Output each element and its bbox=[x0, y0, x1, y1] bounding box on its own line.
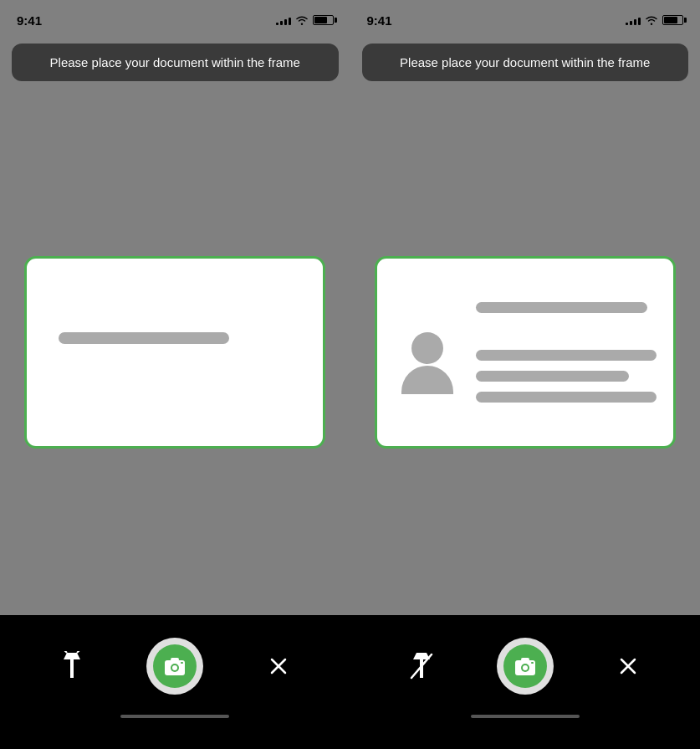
document-lines-left bbox=[43, 332, 306, 372]
signal-icon-right bbox=[626, 15, 641, 25]
capture-button-right[interactable] bbox=[497, 638, 554, 695]
signal-icon-left bbox=[276, 15, 291, 25]
svg-rect-15 bbox=[531, 662, 534, 664]
svg-point-13 bbox=[523, 665, 528, 670]
status-bar-left: 9:41 bbox=[0, 0, 350, 37]
status-icons-left bbox=[276, 15, 334, 25]
svg-line-2 bbox=[64, 651, 67, 653]
viewfinder-left bbox=[0, 90, 350, 615]
close-icon-left bbox=[268, 656, 289, 676]
shutter-inner-left bbox=[153, 644, 197, 688]
doc-info-line-1 bbox=[476, 302, 647, 313]
close-button-right[interactable] bbox=[610, 648, 646, 685]
instruction-banner-right: Please place your document within the fr… bbox=[362, 44, 689, 81]
svg-rect-14 bbox=[521, 658, 529, 661]
svg-point-5 bbox=[172, 665, 177, 670]
svg-rect-7 bbox=[181, 662, 183, 664]
camera-icon-right bbox=[514, 655, 537, 677]
doc-info-line-4 bbox=[476, 392, 657, 403]
capture-button-left[interactable] bbox=[146, 638, 203, 695]
battery-icon-left bbox=[313, 15, 334, 25]
flashlight-icon-left bbox=[59, 651, 85, 681]
camera-icon-left bbox=[163, 655, 186, 677]
bottom-toolbar-right bbox=[350, 615, 701, 749]
doc-info-line-2 bbox=[476, 350, 657, 361]
close-icon-right bbox=[618, 656, 638, 676]
document-frame-right bbox=[375, 256, 676, 449]
document-info-lines bbox=[476, 302, 657, 403]
wifi-icon-right bbox=[645, 15, 658, 25]
svg-line-1 bbox=[77, 651, 79, 653]
toolbar-buttons-left bbox=[0, 638, 350, 695]
instruction-banner-left: Please place your document within the fr… bbox=[12, 44, 339, 81]
photo-placeholder bbox=[394, 310, 461, 394]
toolbar-buttons-right bbox=[350, 638, 701, 695]
instruction-text-left: Please place your document within the fr… bbox=[50, 55, 300, 69]
instruction-text-right: Please place your document within the fr… bbox=[400, 55, 650, 69]
avatar-head bbox=[411, 332, 443, 364]
doc-info-line-3 bbox=[476, 371, 630, 382]
status-icons-right bbox=[626, 15, 683, 25]
avatar-body bbox=[401, 366, 453, 394]
home-indicator-left bbox=[120, 715, 229, 718]
svg-rect-6 bbox=[171, 658, 179, 661]
status-time-right: 9:41 bbox=[367, 13, 392, 28]
status-bar-right: 9:41 bbox=[350, 0, 701, 37]
status-time-left: 9:41 bbox=[17, 13, 42, 28]
home-indicator-right bbox=[471, 715, 580, 718]
wifi-icon-left bbox=[295, 15, 309, 25]
bottom-toolbar-left bbox=[0, 615, 350, 749]
phone-screen-left: 9:41 Please place your document within t… bbox=[0, 0, 350, 749]
flashlight-off-icon-right bbox=[408, 651, 435, 681]
flashlight-button-left[interactable] bbox=[54, 648, 90, 685]
phone-screen-right: 9:41 Please place your document within t… bbox=[350, 0, 701, 749]
document-frame-left bbox=[24, 256, 325, 449]
flashlight-button-right[interactable] bbox=[403, 648, 440, 685]
doc-line-1 bbox=[59, 332, 229, 344]
shutter-inner-right bbox=[503, 644, 547, 688]
close-button-left[interactable] bbox=[260, 648, 297, 685]
battery-icon-right bbox=[662, 15, 683, 25]
viewfinder-right bbox=[350, 90, 701, 615]
